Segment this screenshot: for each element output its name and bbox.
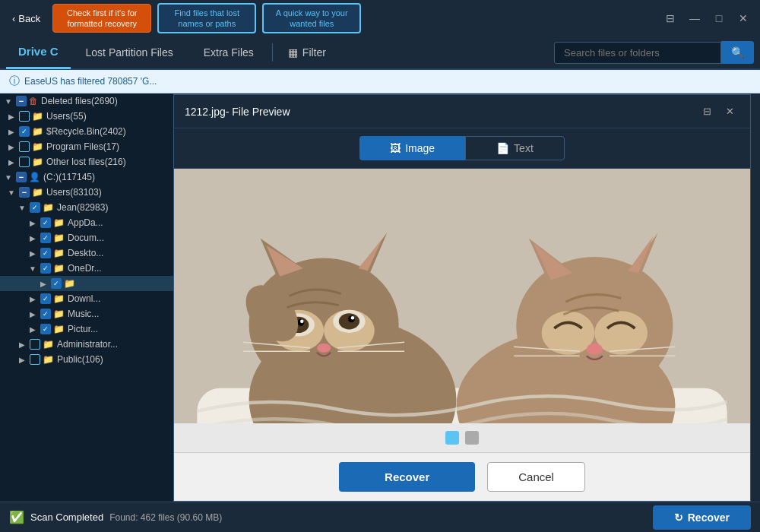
- tree-checkbox[interactable]: [30, 202, 40, 213]
- tree-item[interactable]: ▶📁Public(106): [0, 352, 174, 367]
- extra-files-label: Extra Files: [204, 46, 254, 59]
- back-button[interactable]: ‹ Back: [6, 10, 46, 27]
- expand-icon[interactable]: ▶: [6, 111, 17, 122]
- dot-1[interactable]: [445, 431, 459, 445]
- lost-partition-tab[interactable]: Lost Partition Files: [71, 36, 188, 69]
- tree-checkbox[interactable]: [19, 157, 30, 167]
- tree-checkbox[interactable]: [40, 233, 51, 243]
- folder-icon: 📁: [32, 157, 43, 167]
- infobar: ⓘ EaseUS has filtered 780857 'G...: [0, 70, 760, 93]
- filter-button[interactable]: ▦ Filter: [276, 36, 338, 69]
- expand-icon[interactable]: ▶: [17, 339, 27, 350]
- tree-checkbox[interactable]: [40, 248, 51, 258]
- expand-icon[interactable]: ▶: [27, 233, 38, 243]
- image-icon: 🖼: [390, 142, 401, 154]
- expand-icon[interactable]: ▶: [6, 157, 17, 167]
- tree-checkbox[interactable]: [19, 141, 30, 152]
- expand-icon[interactable]: ▶: [6, 126, 17, 137]
- tab-text-label: Text: [514, 142, 534, 154]
- tree-item[interactable]: ▶📁: [0, 276, 174, 291]
- tree-checkbox[interactable]: [30, 354, 40, 365]
- tree-item-label: Deskto...: [68, 248, 103, 258]
- tree-checkbox[interactable]: [40, 263, 51, 274]
- search-input[interactable]: [554, 42, 721, 64]
- tree-checkbox[interactable]: [40, 217, 51, 228]
- tooltip-lost-names[interactable]: Find files that lost names or paths: [157, 3, 256, 34]
- drive-c-tab[interactable]: Drive C: [6, 36, 71, 69]
- tree-item[interactable]: ▶📁Pictur...: [0, 321, 174, 337]
- tree-item[interactable]: ▶📁Program Files(17): [0, 139, 174, 154]
- maximize-button[interactable]: □: [708, 8, 730, 29]
- tree-item[interactable]: ▶📁Other lost files(216): [0, 154, 174, 169]
- tree-item[interactable]: ▶📁Music...: [0, 306, 174, 321]
- tab-image[interactable]: 🖼 Image: [359, 136, 465, 160]
- tree-checkbox[interactable]: [40, 324, 51, 334]
- expand-icon[interactable]: ▶: [27, 324, 38, 334]
- tab-text[interactable]: 📄 Text: [465, 136, 565, 160]
- restore-button[interactable]: ⊟: [660, 8, 681, 29]
- expand-icon[interactable]: ▶: [27, 309, 38, 319]
- expand-icon[interactable]: ▶: [27, 217, 38, 228]
- tree-item[interactable]: ▼🗑Deleted files(2690): [0, 93, 174, 109]
- tree-item[interactable]: ▶📁$Recycle.Bin(2402): [0, 124, 174, 139]
- tree-checkbox[interactable]: [19, 187, 30, 198]
- folder-icon: 📁: [43, 354, 54, 365]
- status-left: ✅ Scan Completed Found: 462 files (90.60…: [9, 510, 222, 524]
- tree-checkbox[interactable]: [40, 293, 51, 304]
- filter-icon: ▦: [288, 46, 298, 59]
- tooltip2-text: Find files that lost names or paths: [174, 8, 239, 28]
- tree-checkbox[interactable]: [16, 172, 27, 182]
- close-button[interactable]: ✕: [733, 8, 754, 29]
- expand-icon[interactable]: ▼: [17, 202, 27, 213]
- lost-partition-label: Lost Partition Files: [86, 46, 173, 59]
- recover-button[interactable]: Recover: [339, 462, 475, 492]
- tooltip-quick-way[interactable]: A quick way to your wanted files: [262, 3, 361, 34]
- file-tree[interactable]: ▼🗑Deleted files(2690)▶📁Users(55)▶📁$Recyc…: [0, 93, 175, 501]
- tree-item[interactable]: ▶📁AppDa...: [0, 215, 174, 230]
- preview-restore-button[interactable]: ⊟: [697, 102, 717, 122]
- tree-checkbox[interactable]: [16, 96, 27, 106]
- tree-item[interactable]: ▶📁Docum...: [0, 230, 174, 245]
- expand-icon[interactable]: ▼: [3, 96, 14, 106]
- expand-icon[interactable]: ▼: [27, 263, 38, 274]
- tree-checkbox[interactable]: [19, 126, 30, 137]
- tree-item-label: (C:)(117145): [43, 172, 95, 182]
- folder-icon: 📁: [53, 263, 65, 274]
- tree-checkbox[interactable]: [30, 339, 40, 350]
- extra-files-tab[interactable]: Extra Files: [188, 36, 269, 69]
- tree-item[interactable]: ▶📁Users(55): [0, 109, 174, 124]
- expand-icon[interactable]: ▶: [38, 278, 49, 289]
- expand-icon[interactable]: ▼: [3, 172, 14, 182]
- drive-c-label: Drive C: [18, 45, 59, 58]
- expand-icon[interactable]: ▶: [27, 293, 38, 304]
- tree-item[interactable]: ▼👤(C:)(117145): [0, 169, 174, 185]
- expand-icon[interactable]: ▶: [17, 354, 27, 365]
- expand-icon[interactable]: ▼: [6, 187, 17, 198]
- tree-checkbox[interactable]: [40, 309, 51, 319]
- tree-item-label: Program Files(17): [46, 141, 119, 152]
- tree-checkbox[interactable]: [19, 111, 30, 122]
- tree-item[interactable]: ▶📁Deskto...: [0, 245, 174, 261]
- expand-icon[interactable]: ▶: [6, 141, 17, 152]
- search-button[interactable]: 🔍: [721, 41, 754, 64]
- tree-item[interactable]: ▼📁Users(83103): [0, 185, 174, 200]
- tree-item[interactable]: ▼📁OneDr...: [0, 261, 174, 276]
- preview-tabs: 🖼 Image 📄 Text: [174, 128, 750, 169]
- search-box: 🔍: [554, 41, 754, 64]
- preview-close-button[interactable]: ✕: [720, 102, 739, 122]
- tooltip-formatted[interactable]: Check first if it's for formatted recove…: [52, 4, 151, 33]
- folder-icon: 📁: [53, 324, 65, 334]
- tree-item[interactable]: ▶📁Administrator...: [0, 337, 174, 352]
- cancel-button[interactable]: Cancel: [487, 462, 585, 492]
- tree-item[interactable]: ▼📁Jean(82983): [0, 200, 174, 215]
- tree-checkbox[interactable]: [51, 278, 62, 289]
- dot-2[interactable]: [465, 431, 479, 445]
- tree-item-label: Users(55): [46, 111, 87, 122]
- folder-icon: 📁: [53, 293, 65, 304]
- expand-icon[interactable]: ▶: [27, 248, 38, 258]
- recover-main-label: Recover: [688, 511, 730, 524]
- folder-icon: 📁: [53, 233, 65, 243]
- minimize-button[interactable]: —: [684, 8, 705, 29]
- tree-item[interactable]: ▶📁Downl...: [0, 291, 174, 306]
- recover-main-button[interactable]: ↻ Recover: [653, 505, 751, 530]
